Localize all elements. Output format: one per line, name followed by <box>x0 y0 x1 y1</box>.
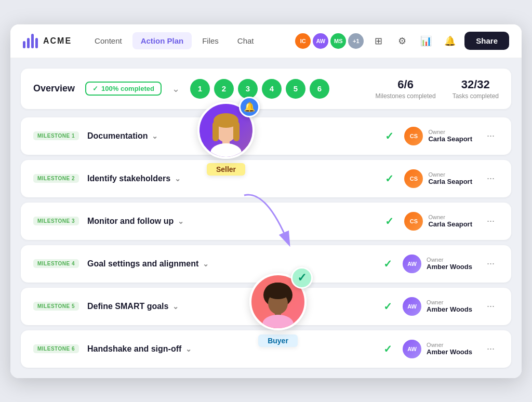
completed-text: 100% completed <box>101 85 154 92</box>
tasks-label: Tasks completed <box>453 92 499 100</box>
owner-text-6: Owner Amber Woods <box>427 342 472 356</box>
milestones-count: 6/6 <box>376 78 436 91</box>
milestone-chevron-1[interactable]: ⌄ <box>152 132 158 140</box>
milestone-circle-5[interactable]: 5 <box>286 79 305 99</box>
milestone-right-5: ✓ AW Owner Amber Woods ··· <box>383 297 499 316</box>
milestone-right-1: ✓ CS Owner Carla Seaport ··· <box>385 127 499 145</box>
milestone-chevron-2[interactable]: ⌄ <box>175 175 181 183</box>
more-btn-3[interactable]: ··· <box>483 213 499 229</box>
check-3: ✓ <box>385 215 394 227</box>
owner-text-5: Owner Amber Woods <box>427 299 472 313</box>
milestone-circle-4[interactable]: 4 <box>262 79 282 99</box>
milestone-tag-4: MILESTONE 4 <box>33 259 79 268</box>
milestone-tag-5: MILESTONE 5 <box>33 302 79 311</box>
owner-text-2: Owner Carla Seaport <box>428 171 472 185</box>
more-btn-4[interactable]: ··· <box>483 256 499 271</box>
logo-bar-2 <box>27 38 30 48</box>
milestone-name-4: Goal settings and alignment ⌄ <box>87 259 209 269</box>
milestone-name-6: Handshake and sign-off ⌄ <box>87 344 192 354</box>
avatar-plus[interactable]: +1 <box>348 33 364 49</box>
monitor-icon-btn[interactable]: ⊞ <box>369 32 388 50</box>
avatar-ms[interactable]: MS <box>330 33 346 49</box>
milestones-label: Milestones completed <box>376 92 436 100</box>
milestone-tag-6: MILESTONE 6 <box>33 344 79 353</box>
milestone-right-3: ✓ CS Owner Carla Seaport ··· <box>385 212 499 231</box>
more-btn-5[interactable]: ··· <box>483 299 499 314</box>
settings-icon-btn[interactable]: ⚙ <box>393 32 411 50</box>
milestones-container: MILESTONE 1 Documentation ⌄ ✓ CS Owner C… <box>21 117 511 368</box>
chart-icon: 📊 <box>420 35 432 47</box>
milestone-row-2: MILESTONE 2 Identify stakeholders ⌄ ✓ CS… <box>21 160 511 197</box>
gear-icon: ⚙ <box>398 35 406 47</box>
owner-info-3: CS Owner Carla Seaport <box>404 212 472 231</box>
bell-icon-btn[interactable]: 🔔 <box>441 32 459 50</box>
avatar-group: IC AW MS +1 <box>295 33 364 49</box>
milestone-name-2: Identify stakeholders ⌄ <box>87 174 181 183</box>
header-right: IC AW MS +1 ⊞ ⚙ 📊 🔔 Share <box>295 32 509 50</box>
nav-files[interactable]: Files <box>194 32 227 49</box>
milestone-row-5: MILESTONE 5 Define SMART goals ⌄ ✓ AW Ow… <box>21 288 511 325</box>
avatar-ic[interactable]: IC <box>295 33 311 49</box>
milestone-circle-2[interactable]: 2 <box>214 79 234 99</box>
milestone-name-1: Documentation ⌄ <box>87 131 158 141</box>
avatar-aw[interactable]: AW <box>313 33 328 49</box>
owner-avatar-1: CS <box>404 127 423 145</box>
milestone-row-6: MILESTONE 6 Handshake and sign-off ⌄ ✓ A… <box>21 330 511 368</box>
main-nav: Content Action Plan Files Chat <box>86 32 281 49</box>
bell-icon: 🔔 <box>444 35 456 47</box>
milestone-chevron-5[interactable]: ⌄ <box>172 302 179 311</box>
more-btn-1[interactable]: ··· <box>483 128 499 143</box>
owner-text-3: Owner Carla Seaport <box>428 214 472 228</box>
more-btn-6[interactable]: ··· <box>483 341 499 356</box>
milestone-right-2: ✓ CS Owner Carla Seaport ··· <box>385 169 499 188</box>
milestone-chevron-6[interactable]: ⌄ <box>185 345 192 353</box>
milestone-row-1: MILESTONE 1 Documentation ⌄ ✓ CS Owner C… <box>21 117 511 155</box>
milestone-tag-1: MILESTONE 1 <box>33 131 79 140</box>
milestone-tag-2: MILESTONE 2 <box>33 174 79 183</box>
logo-text: ACME <box>43 36 72 46</box>
tasks-count: 32/32 <box>453 78 499 91</box>
logo-bar-3 <box>31 34 34 48</box>
overview-card: Overview ✓ 100% completed ⌄ 1 2 3 4 5 6 … <box>21 69 511 109</box>
milestone-row-4: MILESTONE 4 Goal settings and alignment … <box>21 245 511 283</box>
logo-icon <box>23 34 38 48</box>
share-button[interactable]: Share <box>464 32 509 50</box>
logo: ACME <box>23 34 72 48</box>
milestone-row-3: MILESTONE 3 Monitor and follow up ⌄ ✓ CS… <box>21 203 511 240</box>
overview-chevron[interactable]: ⌄ <box>170 81 182 97</box>
check-6: ✓ <box>383 343 392 355</box>
milestone-chevron-4[interactable]: ⌄ <box>203 260 209 268</box>
owner-info-6: AW Owner Amber Woods <box>403 340 472 358</box>
owner-avatar-5: AW <box>403 297 421 316</box>
chart-icon-btn[interactable]: 📊 <box>417 32 435 50</box>
milestone-chevron-3[interactable]: ⌄ <box>178 217 184 225</box>
main-content: Overview ✓ 100% completed ⌄ 1 2 3 4 5 6 … <box>10 58 522 378</box>
owner-info-5: AW Owner Amber Woods <box>403 297 472 316</box>
milestone-tag-3: MILESTONE 3 <box>33 217 79 225</box>
owner-info-4: AW Owner Amber Woods <box>403 254 472 273</box>
more-btn-2[interactable]: ··· <box>483 171 499 186</box>
check-1: ✓ <box>385 130 394 142</box>
check-icon: ✓ <box>92 85 98 92</box>
nav-chat[interactable]: Chat <box>229 32 262 49</box>
logo-bar-1 <box>23 41 25 48</box>
tasks-stat: 32/32 Tasks completed <box>453 78 499 100</box>
owner-avatar-4: AW <box>403 254 421 273</box>
header: ACME Content Action Plan Files Chat IC A… <box>10 24 522 58</box>
milestone-circle-3[interactable]: 3 <box>238 79 258 99</box>
check-2: ✓ <box>385 172 394 185</box>
nav-content[interactable]: Content <box>86 32 130 49</box>
check-4: ✓ <box>383 258 392 270</box>
owner-avatar-3: CS <box>404 212 423 231</box>
milestone-circle-6[interactable]: 6 <box>310 79 329 99</box>
milestone-circle-1[interactable]: 1 <box>190 79 210 99</box>
milestone-name-5: Define SMART goals ⌄ <box>87 302 179 311</box>
owner-info-1: CS Owner Carla Seaport <box>404 127 472 145</box>
monitor-icon: ⊞ <box>375 35 382 47</box>
milestones-stat: 6/6 Milestones completed <box>376 78 436 100</box>
owner-text-1: Owner Carla Seaport <box>428 129 472 143</box>
nav-action-plan[interactable]: Action Plan <box>132 32 192 49</box>
owner-avatar-2: CS <box>404 169 423 188</box>
overview-title: Overview <box>33 83 75 94</box>
owner-info-2: CS Owner Carla Seaport <box>404 169 472 188</box>
